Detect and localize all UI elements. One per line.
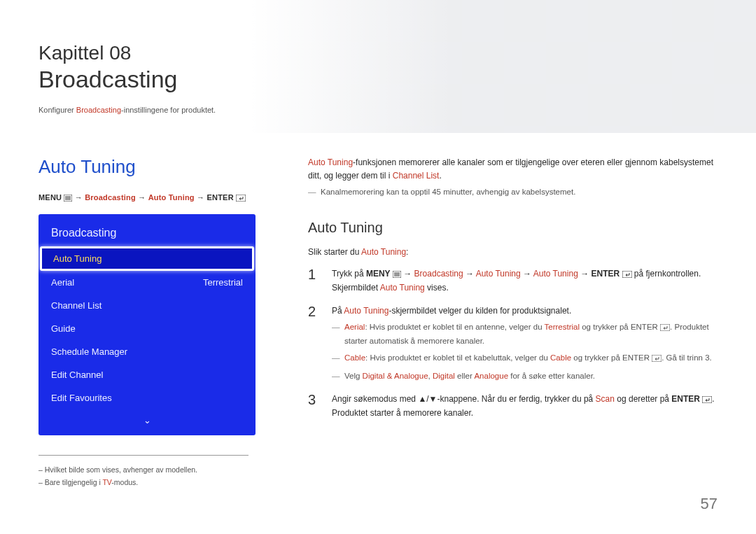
arrow-1: → <box>75 193 83 202</box>
nav-menu-label: MENU <box>38 193 62 202</box>
chapter-line: Kapittel 08 <box>38 42 718 64</box>
s1-hl2: Auto Tuning <box>476 269 521 279</box>
step-2: 2 På Auto Tuning-skjermbildet velger du … <box>308 304 718 383</box>
sub-heading: Auto Tuning <box>308 217 718 239</box>
s1-b1: MENY <box>366 269 391 279</box>
s2s2-a: Digital & Analogue <box>363 372 428 380</box>
s3-pre: Angir søkemodus med ▲/▼-knappene. Når du… <box>332 394 596 404</box>
osd-item-edit-channel[interactable]: Edit Channel <box>38 363 255 386</box>
nav-enter-label: ENTER <box>207 193 234 202</box>
step-sub-digital: Velg Digital & Analogue, Digital eller A… <box>332 370 718 383</box>
arrow-3: → <box>197 193 204 202</box>
osd-item-guide[interactable]: Guide <box>38 317 255 340</box>
nav-path: MENU → Broadcasting → Auto Tuning → ENTE… <box>38 193 280 203</box>
s1-a1: → <box>403 269 412 279</box>
intro2-post: : <box>406 247 408 257</box>
s1-hl3: Auto Tuning <box>533 269 578 279</box>
osd-item-label: Guide <box>51 323 76 334</box>
s2-hl1: Auto Tuning <box>344 306 388 316</box>
enter-icon <box>622 269 632 282</box>
step-sub-aerial: Aerial: Hvis produktet er koblet til en … <box>332 321 718 348</box>
arrow-2: → <box>138 193 146 202</box>
menu-icon <box>393 269 401 282</box>
enter-icon <box>652 353 662 366</box>
osd-item-channel-list[interactable]: Channel List <box>38 294 255 317</box>
enter-icon <box>660 323 670 335</box>
osd-item-edit-favourites[interactable]: Edit Favourites <box>38 386 255 409</box>
step-body: På Auto Tuning-skjermbildet velger du ki… <box>332 304 718 383</box>
intro-text: Konfigurer Broadcasting-innstillingene f… <box>38 106 718 114</box>
osd-title: Broadcasting <box>38 224 255 246</box>
para1-mid: -funksjonen memorerer alle kanaler som e… <box>308 157 713 181</box>
s2s1-tail: og trykker på ENTER <box>571 353 652 362</box>
osd-panel: Broadcasting Auto Tuning Aerial Terrestr… <box>38 214 255 435</box>
osd-item-label: Auto Tuning <box>53 253 102 264</box>
s2s2-pre: Velg <box>344 372 363 380</box>
intro-post: -innstillingene for produktet. <box>121 106 216 114</box>
osd-item-auto-tuning[interactable]: Auto Tuning <box>40 246 254 271</box>
s2s2-b: Digital <box>433 372 455 380</box>
chevron-down-icon[interactable]: ⌄ <box>38 409 255 426</box>
s2-pre: På <box>332 306 344 316</box>
s1-tail2: vises. <box>425 283 449 293</box>
footnotes: – Hvilket bilde som vises, avhenger av m… <box>38 455 248 486</box>
s2-post: -skjermbildet velger du kilden for produ… <box>388 306 571 316</box>
footnote-2: – Bare tilgjengelig i TV-modus. <box>38 478 248 486</box>
footnote-1: – Hvilket bilde som vises, avhenger av m… <box>38 465 248 474</box>
menu-icon <box>64 195 72 203</box>
osd-item-schedule-manager[interactable]: Schedule Manager <box>38 340 255 363</box>
s2s1-b: Cable <box>550 353 571 362</box>
s2s1-a: Cable <box>344 353 365 362</box>
s1-hl4: Auto Tuning <box>380 283 425 293</box>
s1-a2: → <box>465 269 474 279</box>
footnote-2-hl: TV <box>102 478 111 486</box>
nav-seg-2: Auto Tuning <box>148 193 195 202</box>
section-heading: Auto Tuning <box>38 156 280 178</box>
chapter-title: Broadcasting <box>38 66 718 93</box>
s1-a4: → <box>580 269 589 279</box>
step-sub-cable: Cable: Hvis produktet er koblet til et k… <box>332 352 718 366</box>
intro-2: Slik starter du Auto Tuning: <box>308 246 718 259</box>
s2s2-tail: for å søke etter kanaler. <box>508 372 595 380</box>
s1-hl1: Broadcasting <box>414 269 463 279</box>
enter-icon <box>702 394 712 407</box>
para1-end: . <box>439 171 441 181</box>
intro2-pre: Slik starter du <box>308 247 361 257</box>
step-body: Trykk på MENY → Broadcasting → Auto Tuni… <box>332 267 718 295</box>
dash-note-1: Kanalmemorering kan ta opptil 45 minutte… <box>308 186 718 199</box>
page-number: 57 <box>701 495 718 513</box>
enter-icon <box>236 195 246 203</box>
osd-item-label: Edit Favourites <box>51 393 112 403</box>
s2s1-tail2: . Gå til trinn 3. <box>662 353 712 362</box>
intro-pre: Konfigurer <box>38 106 76 114</box>
intro-hl: Broadcasting <box>76 106 121 114</box>
osd-item-aerial[interactable]: Aerial Terrestrial <box>38 271 255 294</box>
s2s0-tail: og trykker på ENTER <box>580 323 660 331</box>
osd-item-label: Schedule Manager <box>51 346 127 357</box>
step-body: Angir søkemodus med ▲/▼-knappene. Når du… <box>332 393 718 420</box>
step-number: 1 <box>308 267 321 295</box>
para1-hl1: Auto Tuning <box>308 157 353 167</box>
para1-hl2: Channel List <box>393 171 440 181</box>
footnote-2-pre: – Bare tilgjengelig i <box>38 478 102 486</box>
osd-item-value: Terrestrial <box>203 277 243 288</box>
s2s2-c: Analogue <box>474 372 508 380</box>
s1-b2: ENTER <box>592 269 620 279</box>
s2s1-mid: : Hvis produktet er koblet til et kabelu… <box>365 353 550 362</box>
step-3: 3 Angir søkemodus med ▲/▼-knappene. Når … <box>308 393 718 420</box>
s2s0-b: Terrestrial <box>545 323 580 331</box>
osd-item-label: Aerial <box>51 277 74 288</box>
intro2-hl: Auto Tuning <box>361 247 406 257</box>
para-1: Auto Tuning-funksjonen memorerer alle ka… <box>308 156 718 182</box>
s3-mid: og deretter på <box>615 394 671 404</box>
osd-item-label: Channel List <box>51 300 102 311</box>
s2s0-mid: : Hvis produktet er koblet til en antenn… <box>365 323 544 331</box>
s3-hl1: Scan <box>596 394 615 404</box>
step-number: 3 <box>308 393 321 420</box>
nav-seg-1: Broadcasting <box>85 193 136 202</box>
footnote-2-post: -modus. <box>111 478 138 486</box>
osd-item-label: Edit Channel <box>51 370 103 380</box>
step-number: 2 <box>308 304 321 383</box>
s1-pre: Trykk på <box>332 269 366 279</box>
s2s2-mid2: eller <box>455 372 475 380</box>
